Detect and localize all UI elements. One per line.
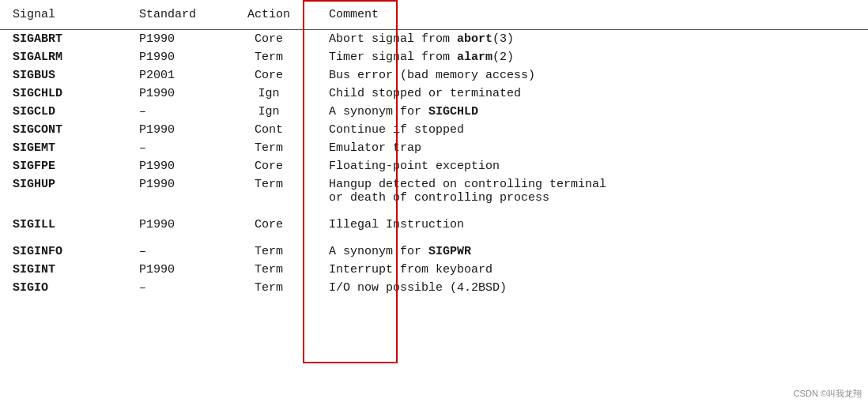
standard-cell: – [126,139,221,157]
standard-cell: P1990 [126,121,221,139]
main-container: Signal Standard Action Comment SIGABRTP1… [0,0,868,406]
comment-cell: Illegal Instruction [316,207,868,234]
action-cell: Term [221,139,316,157]
comment-cell: Emulator trap [316,139,868,157]
comment-cell: Hangup detected on controlling terminalo… [316,175,868,207]
table-row: SIGALRMP1990TermTimer signal from alarm(… [0,48,868,66]
table-row: SIGIO–TermI/O now possible (4.2BSD) [0,279,868,297]
signal-cell: SIGABRT [0,30,126,49]
standard-cell: P1990 [126,85,221,103]
comment-cell: Abort signal from abort(3) [316,30,868,49]
signal-cell: SIGINFO [0,234,126,261]
comment-cell: Interrupt from keyboard [316,261,868,279]
table-row: SIGINTP1990TermInterrupt from keyboard [0,261,868,279]
standard-cell: P1990 [126,175,221,207]
comment-cell: A synonym for SIGCHLD [316,103,868,121]
signal-cell: SIGHUP [0,175,126,207]
signal-name: SIGILL [13,218,55,231]
action-cell: Term [221,48,316,66]
signal-name: SIGBUS [13,69,55,82]
action-cell: Term [221,234,316,261]
comment-cell: Timer signal from alarm(2) [316,48,868,66]
action-cell: Core [221,157,316,175]
signal-cell: SIGILL [0,207,126,234]
standard-cell: – [126,103,221,121]
comment-cell: A synonym for SIGPWR [316,234,868,261]
comment-cell: Continue if stopped [316,121,868,139]
signal-name: SIGCHLD [13,87,62,100]
action-cell: Term [221,279,316,297]
table-row: SIGABRTP1990CoreAbort signal from abort(… [0,30,868,49]
comment-cell: Floating-point exception [316,157,868,175]
table-row: SIGFPEP1990CoreFloating-point exception [0,157,868,175]
action-cell: Cont [221,121,316,139]
signal-name: SIGINFO [13,245,62,258]
standard-cell: P1990 [126,30,221,49]
comment-cell: I/O now possible (4.2BSD) [316,279,868,297]
table-header: Signal Standard Action Comment [0,0,868,30]
action-cell: Core [221,66,316,85]
signal-name: SIGABRT [13,32,62,46]
action-cell: Core [221,30,316,49]
standard-cell: P1990 [126,207,221,234]
signal-cell: SIGBUS [0,66,126,85]
comment-cell: Child stopped or terminated [316,85,868,103]
table-row: SIGINFO–TermA synonym for SIGPWR [0,234,868,261]
signal-name: SIGEMT [13,141,55,155]
standard-cell: P1990 [126,48,221,66]
standard-cell: – [126,234,221,261]
table-row: SIGHUPP1990TermHangup detected on contro… [0,175,868,207]
header-action: Action [221,0,316,30]
signal-cell: SIGEMT [0,139,126,157]
standard-cell: P2001 [126,66,221,85]
signal-cell: SIGCONT [0,121,126,139]
signal-name: SIGFPE [13,160,55,173]
action-cell: Ign [221,85,316,103]
signal-name: SIGCONT [13,123,62,137]
action-cell: Term [221,175,316,207]
standard-cell: P1990 [126,157,221,175]
header-standard: Standard [126,0,221,30]
signal-name: SIGINT [13,263,55,276]
signal-name: SIGCLD [13,105,55,118]
signal-cell: SIGINT [0,261,126,279]
table-row: SIGEMT–TermEmulator trap [0,139,868,157]
signal-cell: SIGIO [0,279,126,297]
header-comment: Comment [316,0,868,30]
action-cell: Core [221,207,316,234]
signal-name: SIGHUP [13,178,55,191]
signal-name: SIGALRM [13,51,62,64]
header-signal: Signal [0,0,126,30]
table-row: SIGCONTP1990ContContinue if stopped [0,121,868,139]
standard-cell: P1990 [126,261,221,279]
table-row: SIGILLP1990CoreIllegal Instruction [0,207,868,234]
standard-cell: – [126,279,221,297]
comment-cell: Bus error (bad memory access) [316,66,868,85]
signal-name: SIGIO [13,281,48,295]
signal-table: Signal Standard Action Comment SIGABRTP1… [0,0,868,297]
table-body: SIGABRTP1990CoreAbort signal from abort(… [0,30,868,298]
table-row: SIGBUSP2001CoreBus error (bad memory acc… [0,66,868,85]
table-row: SIGCHLDP1990IgnChild stopped or terminat… [0,85,868,103]
action-cell: Term [221,261,316,279]
signal-cell: SIGALRM [0,48,126,66]
signal-cell: SIGCHLD [0,85,126,103]
watermark: CSDN ©叫我龙翔 [794,388,862,400]
signal-cell: SIGFPE [0,157,126,175]
table-row: SIGCLD–IgnA synonym for SIGCHLD [0,103,868,121]
action-cell: Ign [221,103,316,121]
signal-cell: SIGCLD [0,103,126,121]
